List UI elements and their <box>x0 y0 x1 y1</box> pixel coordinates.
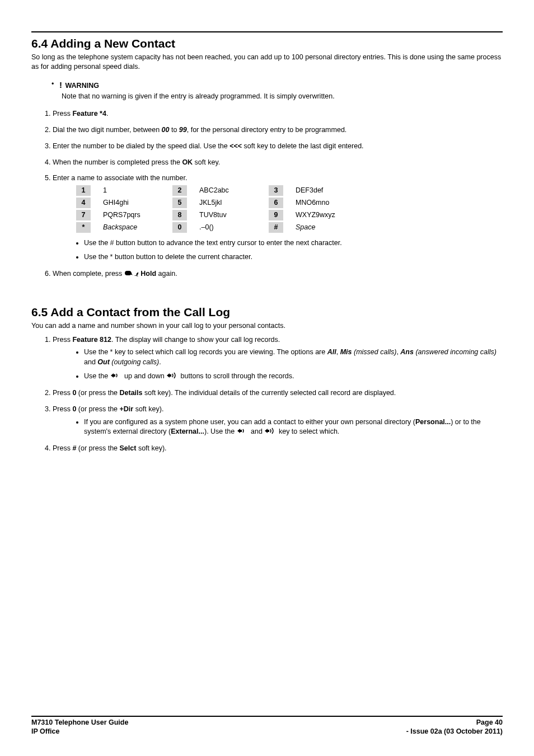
text: , <box>336 348 340 356</box>
text: Press <box>53 444 72 452</box>
text: . <box>159 358 161 366</box>
keypad-val-4: GHI4ghi <box>102 198 161 208</box>
opt-mis: Mis <box>340 348 352 356</box>
footer-title: M7310 Telephone User Guide <box>31 718 128 727</box>
key-feature-812: Feature 812 <box>72 336 111 344</box>
steps-6-4: Press Feature *4. Dial the two digit num… <box>31 109 503 279</box>
intro-6-5: You can add a name and number shown in y… <box>31 321 503 331</box>
volume-up-icon <box>264 427 277 435</box>
keypad-key-2: 2 <box>172 185 187 196</box>
step-4: Press # (or press the Selct soft key). <box>53 444 503 453</box>
svg-marker-0 <box>111 373 114 378</box>
hold-label: Hold <box>139 270 156 278</box>
num-00: 00 <box>162 126 170 134</box>
text: , for the personal directory entry to be… <box>187 126 347 134</box>
keypad-key-5: 5 <box>172 198 187 208</box>
heading-6-4: 6.4 Adding a New Contact <box>31 37 503 50</box>
svg-rect-3 <box>170 374 171 377</box>
keypad-val-7: PQRS7pqrs <box>102 210 161 220</box>
keypad-grid: 11 2ABC2abc 3DEF3def 4GHI4ghi 5JKL5jkl 6… <box>76 185 503 233</box>
text: Press <box>53 389 72 397</box>
keypad-val-2: ABC2abc <box>198 185 257 196</box>
intro-6-4: So long as the telephone system capacity… <box>31 53 503 72</box>
text: again. <box>156 270 177 278</box>
keypad-val-8: TUV8tuv <box>198 210 257 220</box>
opt-personal: Personal... <box>415 418 451 426</box>
text: When complete, press <box>53 270 124 278</box>
svg-rect-1 <box>114 374 115 377</box>
opt-mis-desc: (missed calls) <box>352 348 397 356</box>
opt-out: Out <box>97 358 110 366</box>
steps-6-5: Press Feature 812. The display will chan… <box>31 335 503 453</box>
text: (or press the <box>76 389 119 397</box>
footer-page: Page 40 <box>406 718 503 727</box>
warning-block: ! WARNING Note that no warning is given … <box>31 79 503 101</box>
text: up and down <box>123 372 167 380</box>
softkey-selct: Selct <box>120 444 137 452</box>
text: soft key). The individual details of the… <box>143 389 396 397</box>
num-99: 99 <box>179 126 187 134</box>
hint-star: Use the * button button to delete the cu… <box>84 252 503 262</box>
opt-ans: Ans <box>400 348 414 356</box>
step-1: Press Feature *4. <box>53 109 503 119</box>
step-3: Press 0 (or press the +Dir soft key). If… <box>53 405 503 437</box>
footer-issue: - Issue 02a (03 October 2011) <box>406 727 503 736</box>
keypad-key-hash: # <box>269 222 283 233</box>
sub-directory-choice: If you are configured as a system phone … <box>84 417 503 437</box>
text: soft key to delete the last digit entere… <box>242 142 364 150</box>
keypad-key-7: 7 <box>76 210 91 220</box>
text: and <box>249 428 265 435</box>
keypad-val-space: Space <box>294 222 354 233</box>
svg-marker-6 <box>265 429 268 433</box>
keypad-key-1: 1 <box>76 185 91 196</box>
page-footer: M7310 Telephone User Guide IP Office Pag… <box>31 716 503 736</box>
keypad-val-backspace: Backspace <box>102 222 161 233</box>
opt-all: All <box>327 348 336 356</box>
keypad-key-6: 6 <box>269 198 283 208</box>
keypad-val-3: DEF3def <box>294 185 354 196</box>
opt-ans-desc: (answered incoming calls) <box>414 348 496 356</box>
volume-down-icon <box>110 372 123 379</box>
step-2: Dial the two digit number, between 00 to… <box>53 125 503 135</box>
keypad-val-5: JKL5jkl <box>198 198 257 208</box>
keypad-hints: Use the # button button to advance the t… <box>53 238 503 262</box>
text: . <box>106 110 108 118</box>
softkey-ok: OK <box>182 158 193 166</box>
text: Enter a name to associate with the numbe… <box>53 174 187 182</box>
text: ). Use the <box>204 428 237 435</box>
hint-hash: Use the # button button to advance the t… <box>84 238 503 248</box>
step-5: Enter a name to associate with the numbe… <box>53 173 503 262</box>
text: buttons to scroll through the records. <box>179 372 294 380</box>
step-6: When complete, press Hold again. <box>53 269 503 279</box>
hold-icon <box>124 269 139 277</box>
softkey-details: Details <box>120 389 143 397</box>
keypad-key-star: * <box>76 222 91 233</box>
text: Enter the number to be dialed by the spe… <box>53 142 229 150</box>
sub-filter: Use the * key to select which call log r… <box>84 348 503 367</box>
text: When the number is completed press the <box>53 158 182 166</box>
text: soft key. <box>193 158 220 166</box>
text: . The display will change to show your c… <box>111 336 280 344</box>
warning-bang-icon: ! <box>59 80 63 90</box>
keypad-val-9: WXYZ9wxyz <box>294 210 354 220</box>
footer-rule <box>31 716 503 717</box>
text: Press <box>53 336 72 344</box>
text: to <box>169 126 179 134</box>
keypad-val-6: MNO6mno <box>294 198 354 208</box>
svg-marker-2 <box>167 373 170 378</box>
text: Press <box>53 110 72 118</box>
text: and <box>84 358 97 366</box>
warning-note: Note that no warning is given if the ent… <box>51 92 503 101</box>
text: Use the <box>84 372 110 380</box>
text: Press <box>53 405 72 413</box>
keypad-key-9: 9 <box>269 210 283 220</box>
text: If you are configured as a system phone … <box>84 418 415 426</box>
step-1: Press Feature 812. The display will chan… <box>53 335 503 382</box>
softkey-back: <<< <box>229 142 242 150</box>
key-feature-star-4: Feature *4 <box>72 110 106 118</box>
footer-product: IP Office <box>31 727 128 736</box>
keypad-val-0: .–0() <box>198 222 257 233</box>
opt-out-desc: (outgoing calls) <box>110 358 159 366</box>
volume-up-icon <box>166 372 179 379</box>
text: soft key). <box>133 405 163 413</box>
